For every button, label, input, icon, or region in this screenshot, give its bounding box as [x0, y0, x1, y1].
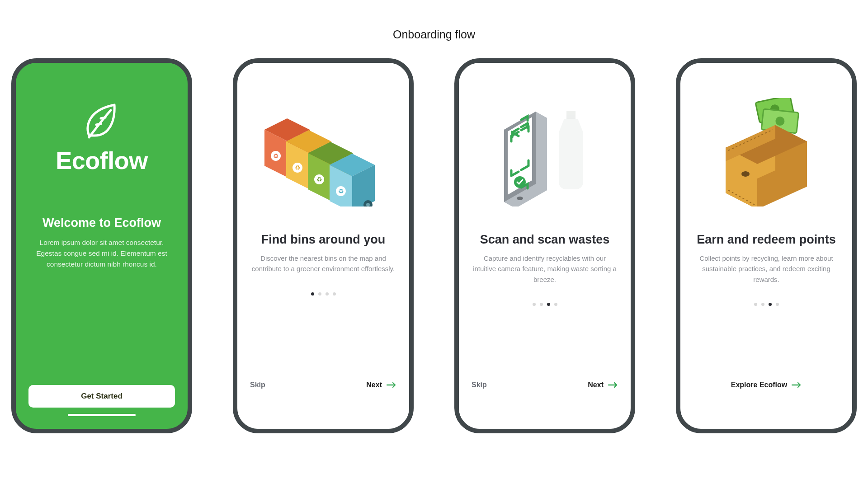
phone-scan-wastes: Scan and scan wastes Capture and identif… [454, 58, 635, 433]
dot [776, 303, 779, 306]
dot [761, 303, 764, 306]
illustration-wallet [693, 80, 840, 225]
phone-welcome: Ecoflow Welcome to Ecoflow Lorem ipsum d… [11, 58, 192, 433]
arrow-right-icon [387, 382, 396, 388]
dot [554, 303, 557, 306]
explore-button[interactable]: Explore Ecoflow [731, 381, 802, 389]
onboarding-body: Discover the nearest bins on the map and… [250, 253, 396, 274]
onboarding-title: Scan and scan wastes [472, 233, 618, 247]
phone-earn-points: Earn and redeem points Collect points by… [676, 58, 857, 433]
skip-button[interactable]: Skip [250, 381, 265, 389]
next-label: Next [588, 381, 604, 389]
brand-name: Ecoflow [28, 146, 175, 174]
onboarding-body: Collect points by recycling, learn more … [693, 253, 840, 285]
illustration-scan [472, 80, 618, 225]
arrow-right-icon [608, 382, 618, 388]
dot [326, 292, 329, 296]
onboarding-title: Earn and redeem points [693, 233, 840, 247]
dot [311, 292, 314, 296]
next-button[interactable]: Next [588, 381, 618, 389]
skip-button[interactable]: Skip [472, 381, 487, 389]
dot [318, 292, 321, 296]
phone-find-bins: ♻ ♻ ♻ [233, 58, 414, 433]
arrow-right-icon [792, 382, 802, 388]
onboarding-title: Find bins around you [250, 233, 396, 247]
dot [769, 303, 772, 306]
home-indicator [68, 414, 136, 416]
dot [533, 303, 536, 306]
get-started-button[interactable]: Get Started [28, 385, 175, 408]
svg-text:♻: ♻ [295, 164, 301, 171]
leaf-icon [83, 100, 121, 144]
next-label: Next [366, 381, 382, 389]
dot [540, 303, 543, 306]
svg-point-26 [517, 197, 523, 200]
dot [547, 303, 550, 306]
welcome-body: Lorem ipsum dolor sit amet consectetur. … [28, 237, 175, 270]
page-dots [472, 303, 618, 306]
dot [754, 303, 757, 306]
onboarding-body: Capture and identify recyclables with ou… [472, 253, 618, 285]
dot [333, 292, 336, 296]
svg-text:♻: ♻ [338, 188, 344, 195]
page-dots [250, 292, 396, 296]
page-dots [693, 303, 840, 306]
explore-label: Explore Ecoflow [731, 381, 787, 389]
phones-row: Ecoflow Welcome to Ecoflow Lorem ipsum d… [0, 58, 868, 433]
svg-point-36 [741, 171, 750, 177]
logo-block: Ecoflow [28, 100, 175, 174]
illustration-bins: ♻ ♻ ♻ [250, 80, 396, 225]
svg-text:♻: ♻ [316, 176, 322, 183]
page-title: Onboarding flow [0, 0, 868, 41]
welcome-title: Welcome to Ecoflow [28, 216, 175, 230]
svg-text:♻: ♻ [273, 152, 279, 160]
next-button[interactable]: Next [366, 381, 396, 389]
svg-point-21 [366, 203, 370, 206]
